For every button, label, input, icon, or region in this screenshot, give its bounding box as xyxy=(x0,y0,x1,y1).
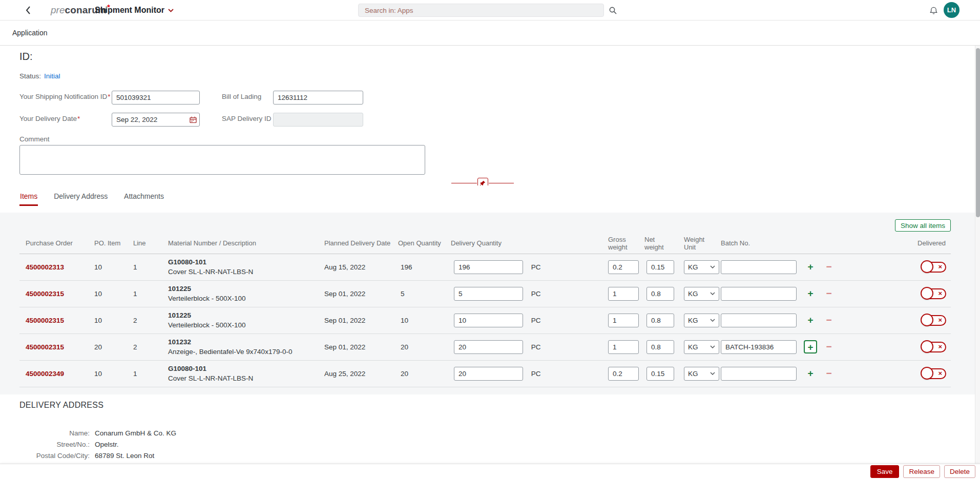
remove-batch-button[interactable]: − xyxy=(822,287,836,300)
net-weight-input[interactable] xyxy=(647,260,674,274)
actions-cell: + − xyxy=(800,280,844,307)
weight-unit-select[interactable]: KG xyxy=(684,314,719,327)
footer-bar: Save Release Delete xyxy=(0,464,980,479)
table-header-row: Purchase Order PO. Item Line Material Nu… xyxy=(19,233,951,254)
net-weight-input[interactable] xyxy=(647,314,674,327)
delivered-toggle[interactable]: × xyxy=(921,262,946,273)
remove-batch-button[interactable]: − xyxy=(822,340,836,353)
add-batch-button[interactable]: + xyxy=(804,340,817,353)
net-weight-input[interactable] xyxy=(647,287,674,301)
user-avatar[interactable]: LN xyxy=(944,2,960,18)
batch-number-input[interactable] xyxy=(721,287,797,301)
column-header-net-weight: Net weight xyxy=(644,233,684,254)
app-title-menu[interactable]: Shipment Monitor xyxy=(95,0,174,20)
delivery-quantity-input[interactable] xyxy=(454,287,523,301)
remove-batch-button[interactable]: − xyxy=(822,314,836,327)
delivered-cell: × xyxy=(844,307,951,334)
delivery-quantity-input[interactable] xyxy=(454,367,523,381)
add-batch-button[interactable]: + xyxy=(804,287,817,300)
gross-weight-input[interactable] xyxy=(608,287,639,301)
address-row-city: Postal Code/City: 68789 St. Leon Rot xyxy=(19,450,176,462)
date-picker-button[interactable] xyxy=(189,115,198,124)
required-asterisk: * xyxy=(77,115,80,122)
open-quantity-cell: 196 xyxy=(398,254,451,280)
chevron-down-icon xyxy=(710,319,715,322)
chevron-left-icon xyxy=(25,6,31,15)
tab-items[interactable]: Items xyxy=(19,185,38,206)
batch-number-input[interactable] xyxy=(721,340,797,354)
tab-delivery-address[interactable]: Delivery Address xyxy=(53,185,108,206)
status-value: Initial xyxy=(44,72,60,80)
net-weight-input[interactable] xyxy=(647,340,674,354)
remove-batch-button[interactable]: − xyxy=(822,260,836,274)
material-cell: G10080-101 Cover SL-L-NR-NAT-LBS-N xyxy=(168,254,324,280)
purchase-order-link[interactable]: 4500002349 xyxy=(26,370,64,378)
release-button[interactable]: Release xyxy=(903,465,940,478)
add-batch-button[interactable]: + xyxy=(804,260,817,274)
show-all-items-button[interactable]: Show all items xyxy=(895,219,951,232)
open-quantity-cell: 5 xyxy=(398,280,451,307)
batch-number-input[interactable] xyxy=(721,260,797,274)
address-field-label: Street/No.: xyxy=(19,439,90,450)
net-weight-cell xyxy=(644,360,684,387)
vertical-scrollbar[interactable] xyxy=(975,46,980,464)
search-button[interactable] xyxy=(607,5,619,16)
purchase-order-link[interactable]: 4500002315 xyxy=(26,343,64,351)
batch-cell xyxy=(721,307,800,334)
delivery-quantity-input[interactable] xyxy=(454,340,523,354)
weight-unit-value: KG xyxy=(688,290,698,298)
batch-number-input[interactable] xyxy=(721,367,797,381)
column-header-batch-no: Batch No. xyxy=(721,233,800,254)
net-weight-cell xyxy=(644,334,684,360)
save-button[interactable]: Save xyxy=(870,465,900,478)
weight-unit-select[interactable]: KG xyxy=(684,367,719,381)
unit-of-measure: PC xyxy=(531,317,541,324)
weight-unit-select[interactable]: KG xyxy=(684,287,719,301)
unit-of-measure: PC xyxy=(531,370,541,378)
delivery-quantity-input[interactable] xyxy=(454,260,523,274)
gross-weight-input[interactable] xyxy=(608,340,639,354)
toggle-x-icon: × xyxy=(938,370,942,377)
address-field-value: Opelstr. xyxy=(95,439,119,450)
gross-weight-cell xyxy=(608,280,644,307)
purchase-order-link[interactable]: 4500002313 xyxy=(26,263,64,271)
purchase-order-link[interactable]: 4500002315 xyxy=(26,317,64,324)
shipping-notification-id-input[interactable] xyxy=(112,91,200,105)
comment-textarea[interactable] xyxy=(19,145,425,175)
gross-weight-input[interactable] xyxy=(608,314,639,327)
status-label: Status: xyxy=(19,72,41,80)
bill-of-lading-input[interactable] xyxy=(273,91,363,105)
notifications-button[interactable] xyxy=(927,5,940,16)
delivered-toggle[interactable]: × xyxy=(921,315,946,326)
purchase-order-link[interactable]: 4500002315 xyxy=(26,290,64,298)
delivered-toggle[interactable]: × xyxy=(921,288,946,299)
delivery-date-input[interactable] xyxy=(112,113,200,127)
delivery-quantity-cell: PC xyxy=(451,280,608,307)
gross-weight-input[interactable] xyxy=(608,260,639,274)
table-row: 4500002313 10 1 G10080-101 Cover SL-L-NR… xyxy=(19,254,951,280)
batch-number-input[interactable] xyxy=(721,314,797,327)
batch-cell xyxy=(721,334,800,360)
delivered-toggle[interactable]: × xyxy=(921,368,946,379)
net-weight-input[interactable] xyxy=(647,367,674,381)
back-button[interactable] xyxy=(23,4,34,16)
add-batch-button[interactable]: + xyxy=(804,367,817,380)
gross-weight-input[interactable] xyxy=(608,367,639,381)
remove-batch-button[interactable]: − xyxy=(822,367,836,380)
weight-unit-select[interactable]: KG xyxy=(684,340,719,354)
search-input[interactable] xyxy=(358,4,604,17)
toggle-handle xyxy=(921,287,933,300)
add-batch-button[interactable]: + xyxy=(804,314,817,327)
delivered-toggle[interactable]: × xyxy=(921,342,946,352)
tab-attachments[interactable]: Attachments xyxy=(123,185,164,206)
weight-unit-select[interactable]: KG xyxy=(684,260,719,274)
bell-icon xyxy=(929,6,938,15)
address-field-label: Name: xyxy=(19,428,90,439)
column-header-actions xyxy=(800,233,844,254)
delivery-quantity-input[interactable] xyxy=(454,314,523,327)
planned-date-cell: Sep 01, 2022 xyxy=(324,307,398,334)
application-label: Application xyxy=(12,20,48,46)
scrollbar-thumb[interactable] xyxy=(976,48,980,217)
delivery-date-field xyxy=(112,113,200,127)
delete-button[interactable]: Delete xyxy=(944,465,975,478)
